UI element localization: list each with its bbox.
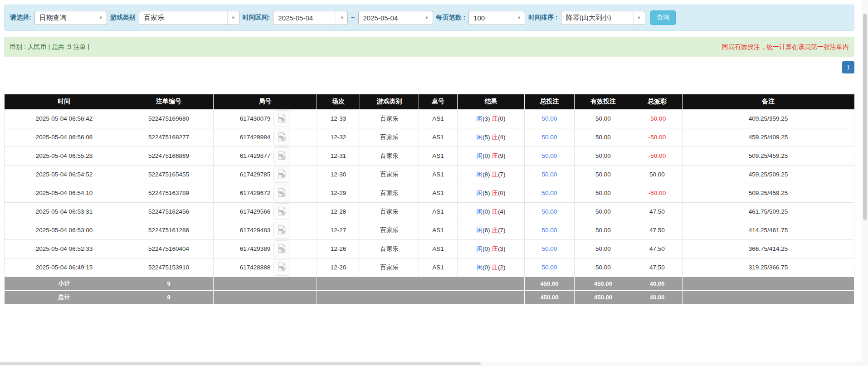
cell-result: 闲(3) 庄(0) (458, 109, 525, 128)
banker-result-score: (7) (498, 227, 506, 234)
page-size-value: 100 (469, 14, 489, 22)
date-from-value: 2025-05-04 (273, 14, 317, 22)
video-replay-button[interactable] (273, 222, 290, 239)
date-from-select[interactable]: 2025-05-04 ▼ (273, 11, 348, 25)
cell-result: 闲(0) 庄(3) (458, 239, 525, 258)
query-type-select[interactable]: 日期查询 ▼ (34, 11, 107, 25)
chevron-down-icon[interactable]: ▼ (336, 11, 347, 24)
chevron-down-icon[interactable]: ▼ (633, 11, 645, 24)
game-type-value: 百家乐 (139, 14, 169, 22)
cell-result: 闲(8) 庄(7) (458, 165, 525, 184)
subtotal-count: 9 (124, 277, 214, 290)
cell-result: 闲(0) 庄(2) (458, 258, 525, 277)
total-bet-link[interactable]: 50.00 (542, 264, 557, 271)
chevron-down-icon[interactable]: ▼ (421, 11, 433, 24)
column-header: 备注 (683, 94, 854, 109)
video-replay-button[interactable] (273, 166, 290, 183)
cell-round: 617428888 (214, 258, 317, 277)
player-result-label: 闲 (477, 208, 483, 215)
total-bet-link[interactable]: 50.00 (542, 208, 557, 215)
total-bet-link[interactable]: 50.00 (542, 134, 557, 141)
payout-value: 47.50 (649, 264, 665, 271)
round-number: 617429389 (240, 245, 271, 252)
chevron-down-icon[interactable]: ▼ (227, 11, 239, 24)
banker-result-label: 庄 (492, 152, 498, 159)
cell-payout: 47.50 (632, 258, 683, 277)
player-result-score: (8) (483, 171, 490, 178)
cell-round: 617429566 (214, 202, 317, 221)
payout-value: -50.00 (649, 152, 666, 159)
cell-remark: 414.25/461.75 (683, 221, 854, 239)
cell-time: 2025-05-04 06:54:10 (5, 184, 124, 202)
cell-bet-number: 522475166869 (124, 146, 214, 165)
cell-session: 12-33 (317, 109, 360, 128)
column-header: 有效投注 (575, 94, 632, 109)
cell-game-type: 百家乐 (360, 221, 419, 239)
subtotal-empty-round (214, 277, 317, 290)
player-result-label: 闲 (477, 134, 483, 141)
payout-value: -50.00 (649, 190, 666, 196)
banker-result-score: (4) (498, 134, 506, 141)
date-to-select[interactable]: 2025-05-04 ▼ (358, 11, 433, 25)
round-number: 617430079 (240, 115, 271, 122)
video-replay-button[interactable] (273, 129, 290, 146)
total-count: 9 (124, 290, 214, 304)
cell-bet-number: 522475162456 (124, 202, 214, 221)
payout-value: 47.50 (649, 208, 665, 215)
cell-payout: 47.50 (632, 202, 683, 221)
total-bet-link[interactable]: 50.00 (542, 190, 557, 196)
player-result-label: 闲 (477, 171, 483, 178)
cell-total-bet: 50.00 (525, 184, 575, 202)
video-replay-button[interactable] (273, 240, 290, 257)
cell-table-number: AS1 (419, 202, 458, 221)
table-row: 2025-05-04 06:54:10522475163789617429672… (5, 184, 854, 202)
vertical-scrollbar-thumb[interactable] (863, 14, 867, 220)
cell-table-number: AS1 (419, 239, 458, 258)
round-number: 617429984 (240, 134, 271, 141)
cell-total-bet: 50.00 (525, 165, 575, 184)
cell-result: 闲(0) 庄(9) (458, 146, 525, 165)
cell-remark: 319.25/366.75 (683, 258, 854, 277)
cell-remark: 459.25/409.25 (683, 128, 854, 146)
cell-session: 12-27 (317, 221, 360, 239)
video-replay-button[interactable] (273, 110, 290, 127)
cell-total-bet: 50.00 (525, 239, 575, 258)
cell-table-number: AS1 (419, 258, 458, 277)
total-total-bet: 450.00 (525, 290, 575, 304)
video-replay-button[interactable] (273, 203, 290, 220)
video-replay-button[interactable] (273, 259, 290, 276)
page-size-select[interactable]: 100 ▼ (468, 11, 525, 25)
cell-game-type: 百家乐 (360, 258, 419, 277)
total-bet-link[interactable]: 50.00 (542, 245, 557, 252)
horizontal-scrollbar-thumb[interactable] (0, 362, 481, 365)
horizontal-scrollbar[interactable] (0, 361, 862, 366)
vertical-scrollbar[interactable] (862, 0, 868, 366)
cell-valid-bet: 50.00 (575, 165, 632, 184)
video-replay-button[interactable] (273, 185, 290, 201)
cell-remark: 459.25/509.25 (683, 165, 854, 184)
game-type-select[interactable]: 百家乐 ▼ (139, 11, 239, 25)
cell-valid-bet: 50.00 (575, 258, 632, 277)
total-bet-link[interactable]: 50.00 (542, 171, 557, 178)
table-row: 2025-05-04 06:49:15522475153910617428888… (5, 258, 854, 277)
total-bet-link[interactable]: 50.00 (542, 227, 557, 234)
cell-valid-bet: 50.00 (575, 221, 632, 239)
cell-time: 2025-05-04 06:52:33 (5, 239, 124, 258)
table-row: 2025-05-04 06:54:52522475165455617429785… (5, 165, 854, 184)
total-payout: 40.00 (632, 290, 683, 304)
time-sort-select[interactable]: 降幂(由大到小) ▼ (561, 11, 645, 25)
cell-table-number: AS1 (419, 184, 458, 202)
chevron-down-icon[interactable]: ▼ (95, 11, 107, 24)
payout-value: 47.50 (649, 245, 665, 252)
total-bet-link[interactable]: 50.00 (542, 115, 557, 122)
cell-table-number: AS1 (419, 221, 458, 239)
chevron-down-icon[interactable]: ▼ (513, 11, 525, 24)
page-1-button[interactable]: 1 (842, 61, 854, 73)
game-type-label: 游戏类别 (110, 14, 136, 22)
search-button[interactable]: 查询 (650, 10, 676, 25)
video-replay-button[interactable] (273, 147, 290, 164)
cell-payout: 50.00 (632, 165, 683, 184)
column-header: 总派彩 (632, 94, 683, 109)
total-bet-link[interactable]: 50.00 (542, 152, 557, 159)
player-result-label: 闲 (477, 245, 483, 252)
